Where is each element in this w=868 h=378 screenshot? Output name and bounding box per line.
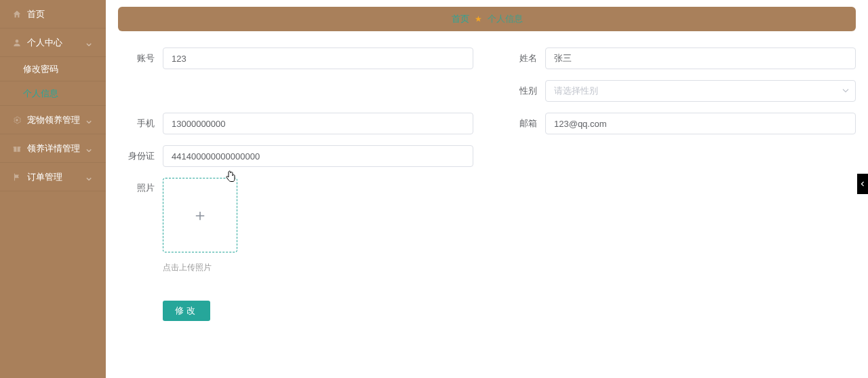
breadcrumb: 首页 ★ 个人信息 xyxy=(118,7,856,31)
flag-icon xyxy=(12,172,22,182)
svg-point-0 xyxy=(16,39,19,43)
gender-label: 性别 xyxy=(500,85,545,97)
idcard-label: 身份证 xyxy=(118,150,163,162)
upload-hint: 点击上传照片 xyxy=(163,262,473,273)
sidebar-item-user-center[interactable]: 个人中心 ⌄ xyxy=(0,29,106,57)
svg-rect-4 xyxy=(16,147,17,152)
sidebar-item-label: 领养详情管理 xyxy=(27,143,80,155)
cog-icon xyxy=(12,115,22,125)
form-row-name: 姓名 xyxy=(500,48,856,69)
home-icon xyxy=(12,10,22,19)
form-row-account: 账号 xyxy=(118,48,473,69)
chevron-down-icon xyxy=(842,86,849,96)
form-row-phone: 手机 xyxy=(118,113,473,134)
main-content: 首页 ★ 个人信息 账号 手机 身份证 照片 ＋ xyxy=(106,0,868,378)
chevron-down-icon: ⌄ xyxy=(84,141,94,155)
sidebar-subitem-change-password[interactable]: 修改密码 xyxy=(0,57,106,81)
photo-upload[interactable]: ＋ xyxy=(163,178,237,252)
idcard-input[interactable] xyxy=(163,145,473,167)
sidebar-subitem-profile[interactable]: 个人信息 xyxy=(0,81,106,106)
submenu-label: 修改密码 xyxy=(23,63,58,75)
plus-icon: ＋ xyxy=(192,204,208,226)
drawer-toggle[interactable] xyxy=(857,174,868,194)
email-input[interactable] xyxy=(545,113,856,134)
sidebar-item-home[interactable]: 首页 xyxy=(0,0,106,29)
upload-block: ＋ 点击上传照片 xyxy=(163,178,473,273)
sidebar-item-orders[interactable]: 订单管理 ⌄ xyxy=(0,163,106,191)
form-column-right: 姓名 性别 请选择性别 邮箱 xyxy=(500,48,856,321)
form-row-email: 邮箱 xyxy=(500,113,856,134)
chevron-down-icon: ⌄ xyxy=(84,170,94,184)
gender-placeholder: 请选择性别 xyxy=(545,80,856,102)
name-input[interactable] xyxy=(545,48,856,69)
submit-button[interactable]: 修改 xyxy=(163,301,210,321)
sidebar-item-label: 宠物领养管理 xyxy=(27,114,80,126)
form-row-idcard: 身份证 xyxy=(118,145,473,167)
breadcrumb-current: 个人信息 xyxy=(488,13,523,25)
breadcrumb-home[interactable]: 首页 xyxy=(452,13,469,25)
chevron-down-icon: ⌄ xyxy=(84,113,94,127)
sidebar-item-adopt-detail[interactable]: 领养详情管理 ⌄ xyxy=(0,134,106,163)
cursor-icon xyxy=(226,170,237,185)
gender-select[interactable]: 请选择性别 xyxy=(545,80,856,102)
submenu-label: 个人信息 xyxy=(23,88,58,100)
sidebar: 首页 个人中心 ⌄ 修改密码 个人信息 宠物领养管理 ⌄ 领养详情管理 ⌄ 订单… xyxy=(0,0,106,378)
star-icon: ★ xyxy=(475,14,482,24)
phone-input[interactable] xyxy=(163,113,473,134)
email-label: 邮箱 xyxy=(500,117,545,130)
gift-icon xyxy=(12,144,22,153)
account-input[interactable] xyxy=(163,48,473,69)
chevron-left-icon xyxy=(860,181,865,187)
name-label: 姓名 xyxy=(500,52,545,64)
sidebar-item-pet-adopt[interactable]: 宠物领养管理 ⌄ xyxy=(0,106,106,134)
svg-point-1 xyxy=(16,119,18,121)
user-icon xyxy=(12,38,22,48)
account-label: 账号 xyxy=(118,52,163,64)
sidebar-item-label: 首页 xyxy=(27,8,45,20)
form-column-left: 账号 手机 身份证 照片 ＋ 点击上传照片 xyxy=(118,48,473,321)
sidebar-item-label: 个人中心 xyxy=(27,37,62,49)
sidebar-item-label: 订单管理 xyxy=(27,171,62,183)
photo-label: 照片 xyxy=(118,178,163,194)
form-row-photo: 照片 ＋ 点击上传照片 xyxy=(118,178,473,273)
form-row-gender: 性别 请选择性别 xyxy=(500,80,856,102)
phone-label: 手机 xyxy=(118,117,163,130)
chevron-down-icon: ⌄ xyxy=(84,35,94,50)
